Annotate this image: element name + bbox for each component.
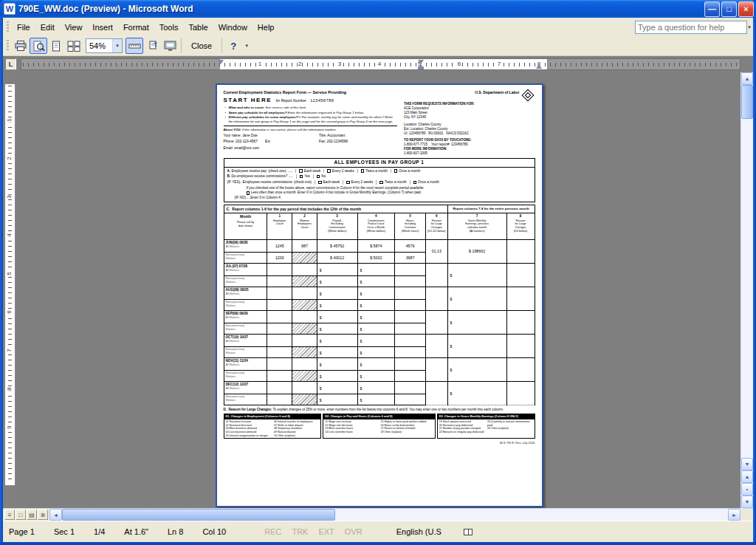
title-bar[interactable]: W 790E_WW.doc (Preview) - Microsoft Word… xyxy=(0,0,756,18)
menu-window[interactable]: Window xyxy=(213,21,252,34)
document-page: Current Employment Statistics Report For… xyxy=(216,83,543,507)
tab-stop-selector[interactable]: L xyxy=(5,58,16,69)
trk-mode[interactable]: TRK xyxy=(292,527,308,536)
web-layout-view-button[interactable]: □ xyxy=(16,510,26,520)
close-preview-button[interactable]: Close xyxy=(184,38,219,54)
minimize-button[interactable]: — xyxy=(704,1,720,17)
full-screen-button[interactable] xyxy=(161,38,179,54)
menu-edit[interactable]: Edit xyxy=(35,21,60,34)
hours-cell xyxy=(395,335,426,347)
checkbox-icon xyxy=(346,181,350,185)
previous-page-button[interactable]: ▲ xyxy=(741,470,753,483)
menu-table[interactable]: Table xyxy=(183,21,213,34)
option-every-2-weeks: Every 2 weeks xyxy=(323,169,357,174)
horizontal-ruler[interactable]: 12345678 xyxy=(21,58,740,70)
ruler-number: 6 xyxy=(457,61,461,67)
month-cell: AUG(08) 08/25All Workers xyxy=(224,287,267,300)
hours-cell xyxy=(395,371,426,382)
month-cell: JUL(07) 07/28All Workers xyxy=(224,264,267,276)
multiple-pages-button[interactable] xyxy=(65,38,83,54)
spellcheck-book-icon[interactable] xyxy=(464,529,472,535)
select-browse-object-button[interactable]: • xyxy=(741,483,753,496)
question-help-input[interactable] xyxy=(636,23,745,32)
menu-view[interactable]: View xyxy=(60,21,88,34)
scroll-up-button[interactable]: ▲ xyxy=(741,72,753,85)
horizontal-scrollbar-track[interactable] xyxy=(335,509,728,521)
print-preview-toolbar: 54% ▼ Close ? ▼ xyxy=(3,36,753,56)
d3-box: D3. Changes in Gross Monthly Earnings (C… xyxy=(437,414,535,439)
d2-box: D2. Changes in Pay and Hours (Columns 6 … xyxy=(323,414,435,439)
status-at: At 1.6" xyxy=(124,527,148,536)
document-area[interactable]: Current Employment Statistics Report For… xyxy=(18,72,740,508)
month-cell: JUN(06) 06/30All Workers xyxy=(224,240,267,253)
vertical-scrollbar-track[interactable] xyxy=(741,119,753,458)
first-line-indent-marker[interactable] xyxy=(218,60,224,64)
menubar-grip-handle[interactable] xyxy=(7,21,9,33)
payroll-cell: $ xyxy=(317,323,357,335)
ext-mode[interactable]: EXT xyxy=(318,527,334,536)
payroll-cell: $ xyxy=(317,264,357,276)
toolbar-options-chevron-icon[interactable]: ▼ xyxy=(242,44,251,48)
month-column-header: Month Please call by date shown xyxy=(224,213,267,240)
commissions-cell: $ xyxy=(357,276,395,287)
scrollbar-corner xyxy=(740,509,753,521)
shrink-one-page-button[interactable] xyxy=(143,38,161,54)
touchtone-label: TO REPORT YOUR DATA BY TOUCHTONE: xyxy=(404,138,535,143)
payroll-cell: $ xyxy=(317,300,357,311)
month-cell: OCT(10) 10/27All Workers xyxy=(224,335,267,347)
d1-box: D1. Changes in Employment (Columns 6 and… xyxy=(224,414,322,439)
one-page-button[interactable] xyxy=(47,38,65,54)
normal-view-button[interactable]: ≡ xyxy=(4,510,15,520)
rec-mode[interactable]: REC xyxy=(264,527,281,536)
ruler-number: 7 xyxy=(497,61,501,67)
next-page-button[interactable]: ▼ xyxy=(741,496,753,508)
right-indent-marker[interactable] xyxy=(536,64,542,69)
print-layout-view-button[interactable]: ▤ xyxy=(27,510,37,520)
status-line: Ln 8 xyxy=(168,527,183,536)
scroll-left-button[interactable]: ◄ xyxy=(49,509,62,521)
ovr-mode[interactable]: OVR xyxy=(345,527,362,536)
menu-tools[interactable]: Tools xyxy=(154,21,184,34)
month-cell: NOV(11) 11/24All Workers xyxy=(224,358,267,371)
menu-help[interactable]: Help xyxy=(252,21,280,34)
start-here-label: START HERE xyxy=(224,97,272,103)
left-indent-marker[interactable] xyxy=(418,66,424,69)
vertical-scrollbar[interactable]: ▲ ▼ ▲ • ▼ xyxy=(740,72,753,508)
scroll-right-button[interactable]: ► xyxy=(728,509,740,521)
outline-view-button[interactable]: ≋ xyxy=(38,510,48,520)
restore-button[interactable]: □ xyxy=(721,1,737,17)
reason-col6-cell xyxy=(426,358,447,382)
magnifier-button[interactable] xyxy=(30,38,47,54)
phone-value: 202-123-4567 xyxy=(236,140,258,143)
print-button[interactable] xyxy=(12,38,30,54)
commissions-cell: $ xyxy=(357,323,395,335)
column-header-6: 6Reason for Large Changes (D1-D2 below) xyxy=(426,213,447,240)
menu-format[interactable]: Format xyxy=(118,21,154,34)
vertical-scrollbar-thumb[interactable] xyxy=(741,85,753,119)
checkbox-icon xyxy=(394,169,398,173)
ext-label: Ext xyxy=(265,140,270,143)
zoom-combobox[interactable]: 54% ▼ xyxy=(86,38,123,53)
hours-cell xyxy=(395,358,426,371)
commissions-cell: $ xyxy=(357,394,395,405)
vertical-ruler[interactable]: 123456789 xyxy=(3,72,18,508)
reason-code-item: 14 Less overtime hours xyxy=(325,431,377,434)
menu-file[interactable]: File xyxy=(12,21,35,34)
month-cell-nonsup: Nonsupervisory Workers xyxy=(224,300,267,311)
checkbox-icon xyxy=(413,181,417,185)
women-count-cell: 987 xyxy=(292,240,317,253)
word-app-icon-letter: W xyxy=(6,4,13,13)
help-button[interactable]: ? xyxy=(224,38,242,54)
payroll-cell: $ 40012 xyxy=(317,253,357,264)
view-ruler-button[interactable] xyxy=(126,38,143,54)
window-bottom-border xyxy=(0,542,756,545)
toolbar-grip-handle[interactable] xyxy=(7,40,9,52)
close-window-button[interactable]: × xyxy=(738,1,754,17)
zoom-dropdown-arrow-icon[interactable]: ▼ xyxy=(112,39,122,52)
hours-cell xyxy=(395,264,426,276)
scroll-down-button[interactable]: ▼ xyxy=(741,458,753,470)
menu-insert[interactable]: Insert xyxy=(87,21,118,34)
question-help-box[interactable]: ▼ xyxy=(635,21,747,34)
title-value: Accountant xyxy=(327,134,345,137)
horizontal-scrollbar-thumb[interactable] xyxy=(62,509,335,521)
